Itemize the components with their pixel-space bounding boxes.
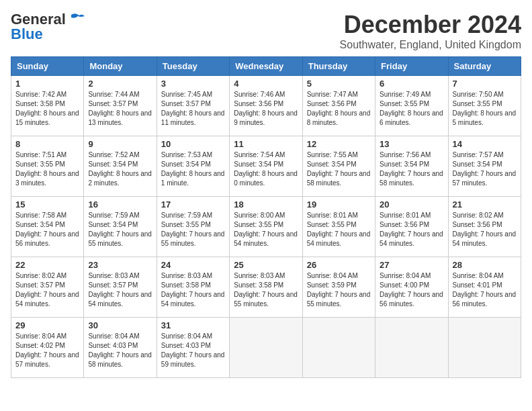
calendar-cell: 5Sunrise: 7:47 AMSunset: 3:56 PMDaylight…: [302, 76, 375, 136]
day-info: Sunrise: 7:53 AMSunset: 3:54 PMDaylight:…: [161, 150, 225, 188]
calendar-cell: 6Sunrise: 7:49 AMSunset: 3:55 PMDaylight…: [375, 76, 448, 136]
day-info: Sunrise: 8:04 AMSunset: 4:03 PMDaylight:…: [88, 332, 152, 369]
day-number: 10: [161, 139, 225, 149]
day-info: Sunrise: 8:01 AMSunset: 3:55 PMDaylight:…: [307, 211, 371, 248]
calendar-cell: 30Sunrise: 8:04 AMSunset: 4:03 PMDayligh…: [84, 318, 157, 378]
calendar-header-row: SundayMondayTuesdayWednesdayThursdayFrid…: [11, 57, 521, 76]
day-number: 1: [15, 79, 79, 89]
day-number: 11: [234, 139, 298, 149]
day-info: Sunrise: 7:56 AMSunset: 3:54 PMDaylight:…: [380, 150, 443, 188]
day-info: Sunrise: 7:59 AMSunset: 3:55 PMDaylight:…: [161, 211, 225, 248]
calendar-cell: 4Sunrise: 7:46 AMSunset: 3:56 PMDaylight…: [230, 76, 302, 136]
calendar-cell: 26Sunrise: 8:04 AMSunset: 3:59 PMDayligh…: [302, 257, 375, 318]
calendar-cell: 21Sunrise: 8:02 AMSunset: 3:56 PMDayligh…: [448, 197, 521, 257]
weekday-header-friday: Friday: [375, 57, 448, 76]
day-info: Sunrise: 8:04 AMSunset: 4:00 PMDaylight:…: [380, 271, 443, 309]
calendar-cell: 31Sunrise: 8:04 AMSunset: 4:03 PMDayligh…: [157, 318, 229, 378]
calendar-cell: 8Sunrise: 7:51 AMSunset: 3:55 PMDaylight…: [11, 136, 84, 197]
day-info: Sunrise: 7:57 AMSunset: 3:54 PMDaylight:…: [453, 150, 517, 188]
day-number: 29: [15, 320, 79, 330]
weekday-header-wednesday: Wednesday: [230, 57, 302, 76]
day-number: 27: [380, 260, 443, 270]
calendar-cell: 9Sunrise: 7:52 AMSunset: 3:54 PMDaylight…: [84, 136, 157, 197]
day-info: Sunrise: 8:04 AMSunset: 3:59 PMDaylight:…: [307, 271, 371, 309]
page-header: General Blue December 2024 Southwater, E…: [11, 11, 521, 51]
day-info: Sunrise: 8:04 AMSunset: 4:02 PMDaylight:…: [15, 332, 79, 369]
title-area: December 2024 Southwater, England, Unite…: [340, 11, 521, 51]
day-info: Sunrise: 7:54 AMSunset: 3:54 PMDaylight:…: [234, 150, 298, 188]
day-number: 8: [15, 139, 79, 149]
day-number: 22: [15, 260, 79, 270]
calendar-cell: 1Sunrise: 7:42 AMSunset: 3:58 PMDaylight…: [11, 76, 84, 136]
calendar-cell: 29Sunrise: 8:04 AMSunset: 4:02 PMDayligh…: [11, 318, 84, 378]
day-number: 3: [161, 79, 225, 89]
day-info: Sunrise: 8:03 AMSunset: 3:58 PMDaylight:…: [234, 271, 298, 309]
calendar-week-1: 1Sunrise: 7:42 AMSunset: 3:58 PMDaylight…: [11, 76, 521, 136]
weekday-header-monday: Monday: [84, 57, 157, 76]
calendar-cell: 22Sunrise: 8:02 AMSunset: 3:57 PMDayligh…: [11, 257, 84, 318]
calendar-cell: 24Sunrise: 8:03 AMSunset: 3:58 PMDayligh…: [157, 257, 229, 318]
day-info: Sunrise: 8:03 AMSunset: 3:58 PMDaylight:…: [161, 271, 225, 309]
day-number: 6: [380, 79, 443, 89]
day-info: Sunrise: 7:51 AMSunset: 3:55 PMDaylight:…: [15, 150, 79, 188]
calendar-cell: 28Sunrise: 8:04 AMSunset: 4:01 PMDayligh…: [448, 257, 521, 318]
day-number: 15: [15, 199, 79, 210]
calendar-cell: 3Sunrise: 7:45 AMSunset: 3:57 PMDaylight…: [157, 76, 229, 136]
day-number: 21: [453, 199, 517, 210]
day-info: Sunrise: 7:58 AMSunset: 3:54 PMDaylight:…: [15, 211, 79, 248]
day-info: Sunrise: 7:47 AMSunset: 3:56 PMDaylight:…: [307, 90, 371, 128]
logo: General Blue: [11, 11, 86, 43]
day-number: 18: [234, 199, 298, 210]
calendar-table: SundayMondayTuesdayWednesdayThursdayFrid…: [11, 56, 521, 378]
calendar-cell: 12Sunrise: 7:55 AMSunset: 3:54 PMDayligh…: [302, 136, 375, 197]
day-number: 25: [234, 260, 298, 270]
calendar-week-5: 29Sunrise: 8:04 AMSunset: 4:02 PMDayligh…: [11, 318, 521, 378]
calendar-cell: 27Sunrise: 8:04 AMSunset: 4:00 PMDayligh…: [375, 257, 448, 318]
calendar-cell: 15Sunrise: 7:58 AMSunset: 3:54 PMDayligh…: [11, 197, 84, 257]
day-info: Sunrise: 7:49 AMSunset: 3:55 PMDaylight:…: [380, 90, 443, 128]
calendar-cell: 2Sunrise: 7:44 AMSunset: 3:57 PMDaylight…: [84, 76, 157, 136]
logo-blue: Blue: [11, 26, 43, 43]
day-number: 16: [88, 199, 152, 210]
day-info: Sunrise: 8:02 AMSunset: 3:57 PMDaylight:…: [15, 271, 79, 309]
calendar-cell: 14Sunrise: 7:57 AMSunset: 3:54 PMDayligh…: [448, 136, 521, 197]
day-number: 28: [453, 260, 517, 270]
day-number: 26: [307, 260, 371, 270]
day-number: 23: [88, 260, 152, 270]
day-number: 31: [161, 320, 225, 330]
day-number: 19: [307, 199, 371, 210]
day-info: Sunrise: 7:50 AMSunset: 3:55 PMDaylight:…: [453, 90, 517, 128]
day-info: Sunrise: 8:00 AMSunset: 3:55 PMDaylight:…: [234, 211, 298, 248]
day-number: 7: [453, 79, 517, 89]
day-info: Sunrise: 8:02 AMSunset: 3:56 PMDaylight:…: [453, 211, 517, 248]
calendar-cell: [448, 318, 521, 378]
calendar-cell: 19Sunrise: 8:01 AMSunset: 3:55 PMDayligh…: [302, 197, 375, 257]
calendar-week-3: 15Sunrise: 7:58 AMSunset: 3:54 PMDayligh…: [11, 197, 521, 257]
calendar-cell: 13Sunrise: 7:56 AMSunset: 3:54 PMDayligh…: [375, 136, 448, 197]
calendar-cell: 17Sunrise: 7:59 AMSunset: 3:55 PMDayligh…: [157, 197, 229, 257]
day-info: Sunrise: 7:45 AMSunset: 3:57 PMDaylight:…: [161, 90, 225, 128]
calendar-week-4: 22Sunrise: 8:02 AMSunset: 3:57 PMDayligh…: [11, 257, 521, 318]
calendar-cell: 25Sunrise: 8:03 AMSunset: 3:58 PMDayligh…: [230, 257, 302, 318]
month-title: December 2024: [340, 11, 521, 39]
day-info: Sunrise: 7:52 AMSunset: 3:54 PMDaylight:…: [88, 150, 152, 188]
day-info: Sunrise: 7:55 AMSunset: 3:54 PMDaylight:…: [307, 150, 371, 188]
weekday-header-thursday: Thursday: [302, 57, 375, 76]
calendar-cell: [375, 318, 448, 378]
calendar-cell: 18Sunrise: 8:00 AMSunset: 3:55 PMDayligh…: [230, 197, 302, 257]
day-number: 2: [88, 79, 152, 89]
day-number: 13: [380, 139, 443, 149]
day-number: 12: [307, 139, 371, 149]
day-number: 20: [380, 199, 443, 210]
day-number: 17: [161, 199, 225, 210]
calendar-cell: [230, 318, 302, 378]
calendar-cell: 7Sunrise: 7:50 AMSunset: 3:55 PMDaylight…: [448, 76, 521, 136]
day-number: 30: [88, 320, 152, 330]
day-number: 14: [453, 139, 517, 149]
calendar-week-2: 8Sunrise: 7:51 AMSunset: 3:55 PMDaylight…: [11, 136, 521, 197]
weekday-header-tuesday: Tuesday: [157, 57, 229, 76]
day-number: 5: [307, 79, 371, 89]
logo-bird-icon: [66, 12, 86, 27]
day-info: Sunrise: 7:59 AMSunset: 3:54 PMDaylight:…: [88, 211, 152, 248]
location-title: Southwater, England, United Kingdom: [340, 39, 521, 51]
